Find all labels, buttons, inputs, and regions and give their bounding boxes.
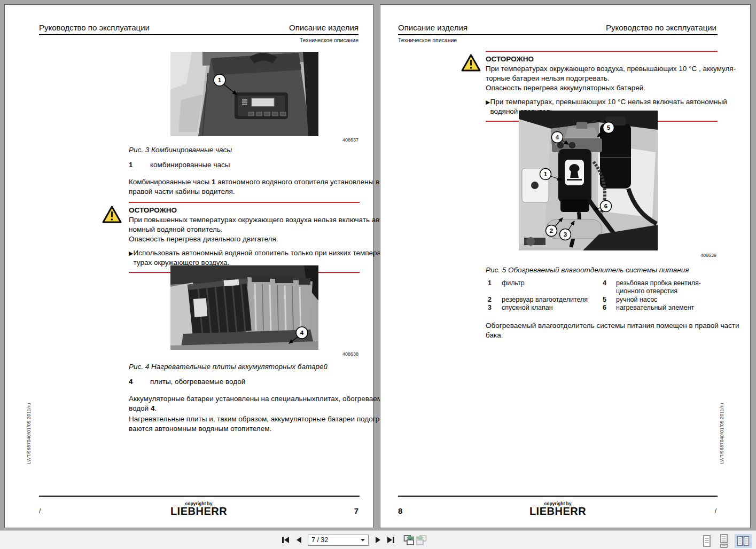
legend-text: резервуар влагоотделителя (502, 296, 588, 304)
running-header-left: Руководство по эксплуатации (39, 23, 150, 32)
svg-text:5: 5 (607, 124, 611, 131)
footer-mark: / (39, 507, 41, 515)
figure-caption: Рис. 3 Комбинированные часы (129, 145, 232, 155)
legend-text: резьбовая пробка вентиля- (616, 279, 701, 287)
previous-page-button[interactable] (292, 534, 305, 546)
figure-number: 408637 (342, 137, 358, 143)
next-page-icon (375, 536, 381, 544)
first-page-button[interactable] (279, 534, 292, 546)
single-page-view-button[interactable] (700, 533, 713, 549)
header-rule (398, 34, 718, 35)
viewer-toolbar: 7 / 32 (0, 530, 756, 549)
svg-text:6: 6 (604, 203, 607, 209)
next-view-icon (416, 535, 427, 545)
legend-number: 4 (603, 279, 606, 287)
page-indicator-value: 7 / 32 (311, 536, 328, 544)
callout-number: 1 (218, 77, 222, 83)
page-layout-group (700, 532, 752, 549)
previous-view-button[interactable] (402, 534, 415, 546)
chevron-down-icon (361, 539, 365, 542)
footer-mark: / (715, 507, 716, 515)
warning-box: ОСТОРОЖНО При повышенных температурах ок… (129, 202, 360, 273)
document-code-vertical: LWT/9687040/01/05.2011/ru (26, 403, 32, 464)
page-number: 7 (354, 506, 358, 515)
running-header-right: Описание изделия (289, 23, 358, 32)
figure-caption: Рис. 5 Обогреваемый влагоотделитель сист… (486, 265, 689, 275)
paragraph-text: правой части кабины водителя. (129, 187, 235, 197)
paragraph-text: Аккумуляторные батареи установлены на сп… (129, 394, 391, 404)
legend-number: 2 (488, 296, 492, 304)
warning-title: ОСТОРОЖНО (129, 206, 360, 215)
footer-rule (398, 496, 718, 497)
bullet-arrow-icon: ▶ (129, 248, 133, 268)
legend-text: плиты, обогреваемые водой (150, 378, 245, 386)
figure-battery-plates-photo: 4 (170, 265, 318, 352)
document-page-8: Описание изделия Руководство по эксплуат… (380, 4, 751, 528)
legend-text: фильтр (502, 279, 525, 287)
legend-number: 3 (488, 304, 492, 312)
figure-legend: 1комбинированные часы (129, 160, 230, 170)
page-navigation-group: 7 / 32 (279, 534, 428, 546)
legend-text: нагревательный элемент (616, 304, 694, 312)
header-rule (39, 34, 358, 35)
svg-text:1: 1 (544, 171, 548, 177)
figure-legend: 4плиты, обогреваемые водой (129, 377, 245, 387)
legend-number: 4 (129, 377, 150, 387)
legend-text: ручной насос (616, 296, 657, 304)
legend-number: 1 (488, 279, 492, 287)
figure-number: 408639 (700, 253, 716, 258)
first-page-icon (282, 536, 290, 544)
next-page-button[interactable] (371, 534, 384, 546)
continuous-view-button[interactable] (718, 532, 730, 549)
warning-title: ОСТОРОЖНО (486, 54, 718, 64)
paragraph-text: ваются автономным водяным отопителем. (129, 424, 271, 434)
header-subtitle: Техническое описание (300, 37, 358, 43)
legend-text: комбинированные часы (150, 161, 230, 169)
liebherr-logo: LIEBHERR (39, 506, 358, 516)
svg-text:3: 3 (564, 231, 567, 238)
previous-page-icon (296, 536, 302, 544)
continuous-view-icon (720, 534, 728, 548)
previous-view-icon (403, 535, 415, 545)
figure-water-separator-photo: 1 2 3 4 5 6 (519, 111, 658, 253)
legend-number: 6 (603, 304, 606, 312)
paragraph-text: водой 4. (129, 404, 157, 413)
document-code-vertical: LWT/9687040/01/05.2011/ru (719, 403, 724, 464)
paragraph-text: Комбинированные часы 1 автономного водян… (129, 177, 379, 187)
legend-number: 5 (603, 296, 606, 304)
header-subtitle: Техническое описание (398, 37, 457, 43)
svg-text:2: 2 (550, 228, 553, 234)
paragraph-text: бака. (486, 331, 503, 340)
paragraph-text: Обогреваемый влагоотделитель системы пит… (486, 321, 739, 331)
last-page-icon (386, 536, 395, 544)
paragraph-text: Нагревательные плиты и, таким образом, а… (129, 414, 386, 424)
pdf-viewer: { "colors": { "warning_red": "#cc2229", … (0, 0, 756, 549)
legend-text: ционного отверстия (616, 287, 677, 295)
liebherr-logo: LIEBHERR (398, 506, 718, 516)
single-page-view-icon (703, 535, 711, 547)
svg-text:4: 4 (556, 134, 559, 140)
page-number-combobox[interactable]: 7 / 32 (308, 535, 369, 546)
legend-number: 1 (129, 160, 150, 170)
next-view-button[interactable] (415, 534, 428, 546)
two-page-view-button[interactable] (735, 534, 752, 548)
callout-number: 4 (300, 330, 304, 336)
figure-number: 408638 (342, 351, 358, 357)
warning-action: ▶ Использовать автономный водяной отопит… (129, 248, 360, 268)
running-header-right: Руководство по эксплуатации (606, 23, 716, 32)
last-page-button[interactable] (384, 534, 397, 546)
figure-combined-clock-photo: 1 (170, 52, 318, 138)
footer-rule (39, 496, 360, 497)
page-number: 8 (398, 506, 402, 515)
warning-triangle-icon (102, 206, 122, 225)
running-header-left: Описание изделия (398, 23, 467, 32)
two-page-view-icon (737, 536, 750, 546)
warning-triangle-icon (461, 54, 481, 74)
document-page-7: Руководство по эксплуатации Описание изд… (4, 4, 373, 528)
legend-text: спускной клапан (502, 304, 553, 312)
figure-caption: Рис. 4 Нагревательные плиты аккумуляторн… (129, 362, 328, 372)
bullet-arrow-icon: ▶ (486, 97, 490, 116)
